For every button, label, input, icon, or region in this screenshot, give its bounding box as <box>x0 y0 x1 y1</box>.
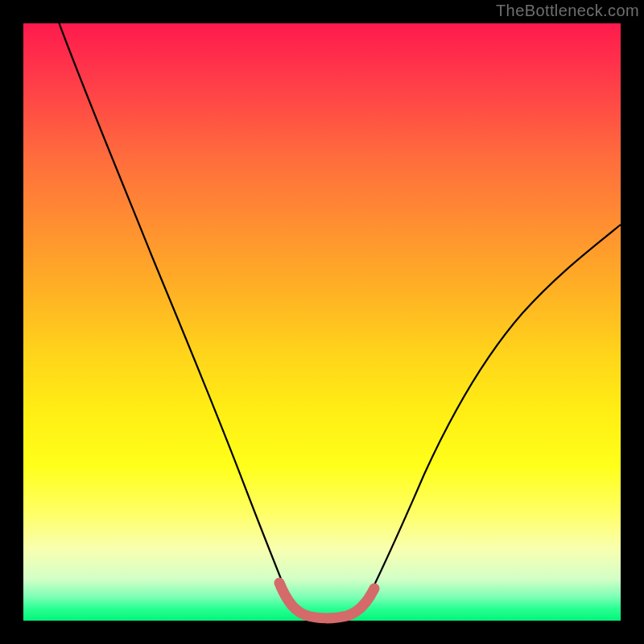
main-curve <box>60 23 621 619</box>
highlight-band <box>279 583 374 618</box>
curve-layer <box>23 23 621 621</box>
watermark-text: TheBottleneck.com <box>496 2 639 20</box>
plot-area <box>23 23 621 621</box>
chart-frame: TheBottleneck.com <box>0 0 644 644</box>
